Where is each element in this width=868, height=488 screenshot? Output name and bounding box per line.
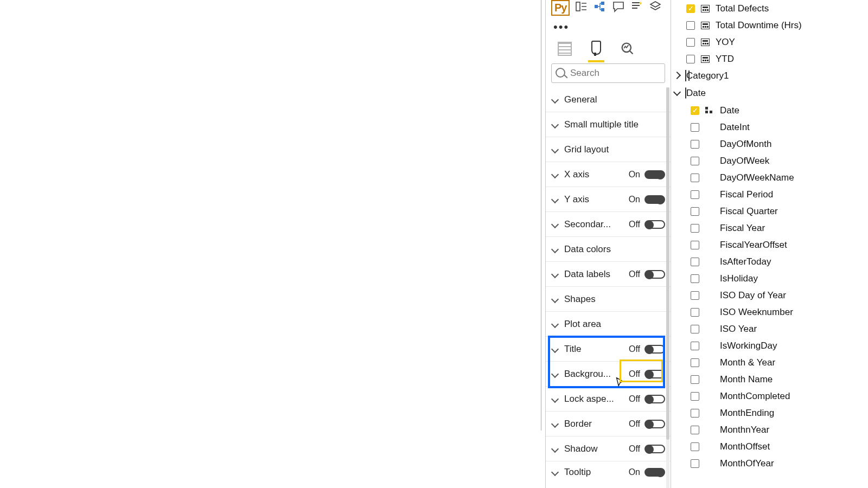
- format-row-general[interactable]: General: [546, 87, 671, 112]
- field-item[interactable]: Fiscal Period: [671, 186, 868, 203]
- checkbox[interactable]: [691, 459, 699, 468]
- field-item[interactable]: MonthEnding: [671, 404, 868, 421]
- field-item[interactable]: Month & Year: [671, 354, 868, 371]
- key-influencers-icon[interactable]: [575, 1, 588, 16]
- table-date[interactable]: Date: [671, 85, 868, 102]
- field-label: DayOfWeekName: [720, 172, 794, 183]
- field-item[interactable]: ✓Date: [671, 102, 868, 119]
- checkbox[interactable]: [691, 123, 699, 132]
- viz-palette-more[interactable]: •••: [546, 20, 671, 37]
- report-canvas[interactable]: ⋯ Abbas: [0, 0, 545, 488]
- svg-rect-1: [576, 2, 580, 11]
- field-item[interactable]: ISO Day of Year: [671, 287, 868, 304]
- paginated-report-icon[interactable]: [649, 1, 662, 16]
- format-scrollbar[interactable]: [666, 87, 669, 488]
- toggle[interactable]: [644, 445, 665, 453]
- format-row-shapes[interactable]: Shapes: [546, 287, 671, 312]
- checkbox[interactable]: [686, 55, 695, 63]
- checkbox[interactable]: [691, 157, 699, 165]
- checkbox[interactable]: [691, 375, 699, 384]
- table-category1[interactable]: Category1: [671, 67, 868, 85]
- toggle[interactable]: [644, 170, 665, 179]
- checkbox[interactable]: [691, 207, 699, 216]
- toggle[interactable]: [644, 395, 665, 403]
- format-row-x-axis[interactable]: X axisOn: [546, 162, 671, 187]
- format-row-border[interactable]: BorderOff: [546, 412, 671, 436]
- checkbox[interactable]: [691, 392, 699, 401]
- checkbox[interactable]: [691, 174, 699, 182]
- tab-fields[interactable]: [557, 41, 573, 57]
- python-visual-icon[interactable]: Py: [551, 0, 570, 16]
- checkbox[interactable]: [691, 241, 699, 249]
- field-item[interactable]: MonthCompleted: [671, 388, 868, 404]
- checkbox[interactable]: [691, 426, 699, 434]
- toggle[interactable]: [644, 370, 665, 378]
- format-row-title[interactable]: TitleOff: [546, 337, 671, 362]
- checkbox[interactable]: [691, 325, 699, 333]
- field-item[interactable]: DayOfWeek: [671, 152, 868, 169]
- checkbox[interactable]: [691, 140, 699, 149]
- field-item[interactable]: MonthnYear: [671, 421, 868, 438]
- checkbox[interactable]: [686, 38, 695, 47]
- format-search[interactable]: [551, 63, 665, 83]
- checkbox[interactable]: [691, 291, 699, 300]
- toggle[interactable]: [644, 420, 665, 428]
- field-item[interactable]: DayOfWeekName: [671, 169, 868, 186]
- field-item[interactable]: IsAfterToday: [671, 253, 868, 270]
- format-row-small-multiple-title[interactable]: Small multiple title: [546, 112, 671, 137]
- format-row-tooltip[interactable]: TooltipOn: [546, 461, 671, 483]
- format-state: Off: [625, 344, 640, 354]
- checkbox[interactable]: [691, 409, 699, 418]
- field-item[interactable]: Fiscal Quarter: [671, 203, 868, 220]
- format-row-shadow[interactable]: ShadowOff: [546, 436, 671, 461]
- tab-analytics[interactable]: [620, 41, 636, 57]
- format-label: Shadow: [564, 444, 625, 454]
- checkbox[interactable]: [691, 190, 699, 199]
- field-item[interactable]: ✓Total Defects: [671, 0, 868, 17]
- checkbox[interactable]: ✓: [691, 106, 699, 115]
- field-item[interactable]: IsWorkingDay: [671, 337, 868, 354]
- field-item[interactable]: Fiscal Year: [671, 220, 868, 236]
- toggle[interactable]: [644, 468, 665, 477]
- format-row-grid-layout[interactable]: Grid layout: [546, 137, 671, 162]
- toggle[interactable]: [644, 345, 665, 354]
- format-row-data-labels[interactable]: Data labelsOff: [546, 262, 671, 287]
- decomposition-tree-icon[interactable]: [593, 1, 607, 16]
- checkbox[interactable]: ✓: [686, 4, 695, 13]
- checkbox[interactable]: [691, 274, 699, 283]
- checkbox[interactable]: [691, 224, 699, 233]
- field-item[interactable]: Month Name: [671, 371, 868, 388]
- field-item[interactable]: IsHoliday: [671, 270, 868, 287]
- checkbox[interactable]: [691, 308, 699, 317]
- field-item[interactable]: ISO Weeknumber: [671, 304, 868, 320]
- field-item[interactable]: YOY: [671, 34, 868, 50]
- format-row-y-axis[interactable]: Y axisOn: [546, 187, 671, 212]
- field-item[interactable]: DateInt: [671, 119, 868, 136]
- toggle[interactable]: [644, 270, 665, 279]
- tab-format[interactable]: [588, 41, 604, 57]
- format-card-list[interactable]: GeneralSmall multiple titleGrid layoutX …: [546, 87, 671, 488]
- checkbox[interactable]: [686, 21, 695, 30]
- field-item[interactable]: MonthOffset: [671, 438, 868, 455]
- format-row-secondar-[interactable]: Secondar...Off: [546, 212, 671, 237]
- field-item[interactable]: FiscalYearOffset: [671, 236, 868, 253]
- field-item[interactable]: DayOfMonth: [671, 136, 868, 152]
- toggle[interactable]: [644, 195, 665, 204]
- format-row-data-colors[interactable]: Data colors: [546, 237, 671, 262]
- field-item[interactable]: YTD: [671, 50, 868, 67]
- checkbox[interactable]: [691, 342, 699, 350]
- checkbox[interactable]: [691, 258, 699, 266]
- field-item[interactable]: Total Downtime (Hrs): [671, 17, 868, 34]
- format-row-backgrou-[interactable]: Backgrou...Off: [546, 362, 671, 387]
- toggle[interactable]: [644, 220, 665, 229]
- search-input[interactable]: [551, 63, 665, 83]
- qna-visual-icon[interactable]: [612, 1, 625, 16]
- field-item[interactable]: ISO Year: [671, 320, 868, 337]
- smart-narrative-icon[interactable]: [630, 1, 643, 16]
- checkbox[interactable]: [691, 358, 699, 367]
- chevron-down-icon: [551, 96, 559, 104]
- field-item[interactable]: MonthOfYear: [671, 455, 868, 472]
- format-row-lock-aspe-[interactable]: Lock aspe...Off: [546, 387, 671, 412]
- format-row-plot-area[interactable]: Plot area: [546, 312, 671, 337]
- checkbox[interactable]: [691, 442, 699, 451]
